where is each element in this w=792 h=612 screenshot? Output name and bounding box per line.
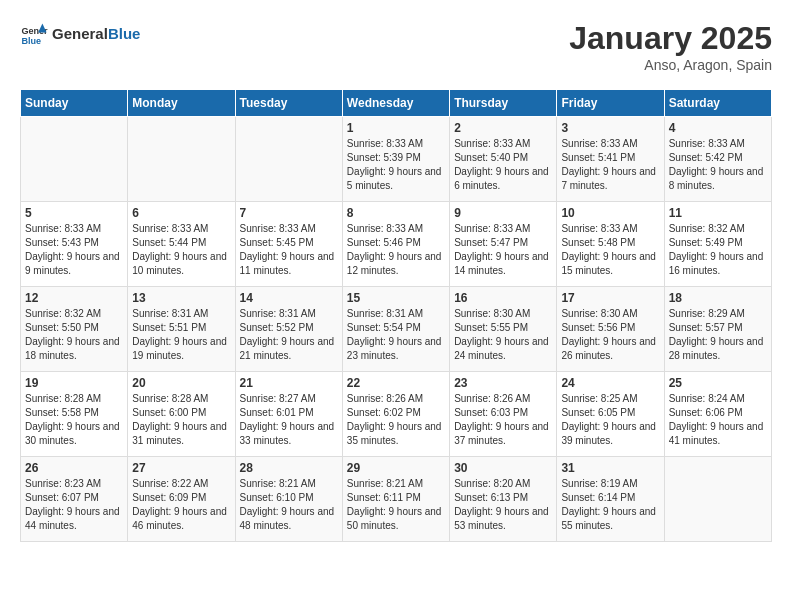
logo-icon: General Blue xyxy=(20,20,48,48)
day-info: Sunrise: 8:31 AM Sunset: 5:51 PM Dayligh… xyxy=(132,307,230,363)
day-number: 5 xyxy=(25,206,123,220)
day-info: Sunrise: 8:19 AM Sunset: 6:14 PM Dayligh… xyxy=(561,477,659,533)
day-number: 11 xyxy=(669,206,767,220)
day-number: 1 xyxy=(347,121,445,135)
day-number: 14 xyxy=(240,291,338,305)
header-sunday: Sunday xyxy=(21,90,128,117)
table-row: 12Sunrise: 8:32 AM Sunset: 5:50 PM Dayli… xyxy=(21,287,128,372)
table-row: 15Sunrise: 8:31 AM Sunset: 5:54 PM Dayli… xyxy=(342,287,449,372)
day-info: Sunrise: 8:21 AM Sunset: 6:10 PM Dayligh… xyxy=(240,477,338,533)
day-number: 9 xyxy=(454,206,552,220)
day-info: Sunrise: 8:33 AM Sunset: 5:42 PM Dayligh… xyxy=(669,137,767,193)
day-info: Sunrise: 8:23 AM Sunset: 6:07 PM Dayligh… xyxy=(25,477,123,533)
calendar-week-row: 26Sunrise: 8:23 AM Sunset: 6:07 PM Dayli… xyxy=(21,457,772,542)
day-number: 4 xyxy=(669,121,767,135)
logo: General Blue GeneralBlue xyxy=(20,20,140,48)
day-number: 21 xyxy=(240,376,338,390)
table-row xyxy=(128,117,235,202)
header-thursday: Thursday xyxy=(450,90,557,117)
day-number: 6 xyxy=(132,206,230,220)
table-row: 26Sunrise: 8:23 AM Sunset: 6:07 PM Dayli… xyxy=(21,457,128,542)
calendar-subtitle: Anso, Aragon, Spain xyxy=(569,57,772,73)
table-row: 20Sunrise: 8:28 AM Sunset: 6:00 PM Dayli… xyxy=(128,372,235,457)
day-number: 22 xyxy=(347,376,445,390)
day-number: 25 xyxy=(669,376,767,390)
day-info: Sunrise: 8:33 AM Sunset: 5:45 PM Dayligh… xyxy=(240,222,338,278)
day-info: Sunrise: 8:33 AM Sunset: 5:48 PM Dayligh… xyxy=(561,222,659,278)
table-row: 1Sunrise: 8:33 AM Sunset: 5:39 PM Daylig… xyxy=(342,117,449,202)
table-row: 21Sunrise: 8:27 AM Sunset: 6:01 PM Dayli… xyxy=(235,372,342,457)
day-number: 8 xyxy=(347,206,445,220)
day-number: 28 xyxy=(240,461,338,475)
table-row: 22Sunrise: 8:26 AM Sunset: 6:02 PM Dayli… xyxy=(342,372,449,457)
day-number: 27 xyxy=(132,461,230,475)
title-section: January 2025 Anso, Aragon, Spain xyxy=(569,20,772,73)
day-info: Sunrise: 8:29 AM Sunset: 5:57 PM Dayligh… xyxy=(669,307,767,363)
table-row: 7Sunrise: 8:33 AM Sunset: 5:45 PM Daylig… xyxy=(235,202,342,287)
table-row: 4Sunrise: 8:33 AM Sunset: 5:42 PM Daylig… xyxy=(664,117,771,202)
logo-general-text: General xyxy=(52,25,108,42)
day-info: Sunrise: 8:30 AM Sunset: 5:55 PM Dayligh… xyxy=(454,307,552,363)
table-row: 3Sunrise: 8:33 AM Sunset: 5:41 PM Daylig… xyxy=(557,117,664,202)
day-info: Sunrise: 8:33 AM Sunset: 5:47 PM Dayligh… xyxy=(454,222,552,278)
day-number: 29 xyxy=(347,461,445,475)
table-row: 14Sunrise: 8:31 AM Sunset: 5:52 PM Dayli… xyxy=(235,287,342,372)
day-info: Sunrise: 8:33 AM Sunset: 5:39 PM Dayligh… xyxy=(347,137,445,193)
table-row: 10Sunrise: 8:33 AM Sunset: 5:48 PM Dayli… xyxy=(557,202,664,287)
day-info: Sunrise: 8:20 AM Sunset: 6:13 PM Dayligh… xyxy=(454,477,552,533)
day-number: 12 xyxy=(25,291,123,305)
day-info: Sunrise: 8:32 AM Sunset: 5:50 PM Dayligh… xyxy=(25,307,123,363)
table-row: 9Sunrise: 8:33 AM Sunset: 5:47 PM Daylig… xyxy=(450,202,557,287)
day-number: 24 xyxy=(561,376,659,390)
day-info: Sunrise: 8:33 AM Sunset: 5:41 PM Dayligh… xyxy=(561,137,659,193)
day-info: Sunrise: 8:33 AM Sunset: 5:44 PM Dayligh… xyxy=(132,222,230,278)
day-info: Sunrise: 8:28 AM Sunset: 6:00 PM Dayligh… xyxy=(132,392,230,448)
day-number: 2 xyxy=(454,121,552,135)
day-number: 30 xyxy=(454,461,552,475)
day-info: Sunrise: 8:22 AM Sunset: 6:09 PM Dayligh… xyxy=(132,477,230,533)
day-info: Sunrise: 8:33 AM Sunset: 5:46 PM Dayligh… xyxy=(347,222,445,278)
table-row: 19Sunrise: 8:28 AM Sunset: 5:58 PM Dayli… xyxy=(21,372,128,457)
day-info: Sunrise: 8:30 AM Sunset: 5:56 PM Dayligh… xyxy=(561,307,659,363)
day-info: Sunrise: 8:31 AM Sunset: 5:52 PM Dayligh… xyxy=(240,307,338,363)
svg-text:Blue: Blue xyxy=(21,36,41,46)
table-row xyxy=(664,457,771,542)
day-number: 13 xyxy=(132,291,230,305)
day-number: 31 xyxy=(561,461,659,475)
table-row: 11Sunrise: 8:32 AM Sunset: 5:49 PM Dayli… xyxy=(664,202,771,287)
day-number: 16 xyxy=(454,291,552,305)
day-info: Sunrise: 8:24 AM Sunset: 6:06 PM Dayligh… xyxy=(669,392,767,448)
day-number: 19 xyxy=(25,376,123,390)
day-info: Sunrise: 8:25 AM Sunset: 6:05 PM Dayligh… xyxy=(561,392,659,448)
table-row xyxy=(235,117,342,202)
day-number: 23 xyxy=(454,376,552,390)
table-row: 24Sunrise: 8:25 AM Sunset: 6:05 PM Dayli… xyxy=(557,372,664,457)
day-info: Sunrise: 8:31 AM Sunset: 5:54 PM Dayligh… xyxy=(347,307,445,363)
day-info: Sunrise: 8:26 AM Sunset: 6:03 PM Dayligh… xyxy=(454,392,552,448)
table-row: 5Sunrise: 8:33 AM Sunset: 5:43 PM Daylig… xyxy=(21,202,128,287)
header: General Blue GeneralBlue January 2025 An… xyxy=(20,20,772,73)
day-info: Sunrise: 8:28 AM Sunset: 5:58 PM Dayligh… xyxy=(25,392,123,448)
header-wednesday: Wednesday xyxy=(342,90,449,117)
table-row: 29Sunrise: 8:21 AM Sunset: 6:11 PM Dayli… xyxy=(342,457,449,542)
day-info: Sunrise: 8:26 AM Sunset: 6:02 PM Dayligh… xyxy=(347,392,445,448)
weekday-header-row: Sunday Monday Tuesday Wednesday Thursday… xyxy=(21,90,772,117)
day-number: 7 xyxy=(240,206,338,220)
table-row: 18Sunrise: 8:29 AM Sunset: 5:57 PM Dayli… xyxy=(664,287,771,372)
table-row: 23Sunrise: 8:26 AM Sunset: 6:03 PM Dayli… xyxy=(450,372,557,457)
calendar-table: Sunday Monday Tuesday Wednesday Thursday… xyxy=(20,89,772,542)
day-number: 3 xyxy=(561,121,659,135)
day-info: Sunrise: 8:27 AM Sunset: 6:01 PM Dayligh… xyxy=(240,392,338,448)
day-number: 15 xyxy=(347,291,445,305)
logo-blue-text: Blue xyxy=(108,25,141,42)
calendar-title: January 2025 xyxy=(569,20,772,57)
table-row: 25Sunrise: 8:24 AM Sunset: 6:06 PM Dayli… xyxy=(664,372,771,457)
day-number: 17 xyxy=(561,291,659,305)
header-tuesday: Tuesday xyxy=(235,90,342,117)
calendar-week-row: 19Sunrise: 8:28 AM Sunset: 5:58 PM Dayli… xyxy=(21,372,772,457)
day-info: Sunrise: 8:33 AM Sunset: 5:43 PM Dayligh… xyxy=(25,222,123,278)
table-row: 31Sunrise: 8:19 AM Sunset: 6:14 PM Dayli… xyxy=(557,457,664,542)
day-number: 26 xyxy=(25,461,123,475)
table-row: 8Sunrise: 8:33 AM Sunset: 5:46 PM Daylig… xyxy=(342,202,449,287)
table-row: 27Sunrise: 8:22 AM Sunset: 6:09 PM Dayli… xyxy=(128,457,235,542)
